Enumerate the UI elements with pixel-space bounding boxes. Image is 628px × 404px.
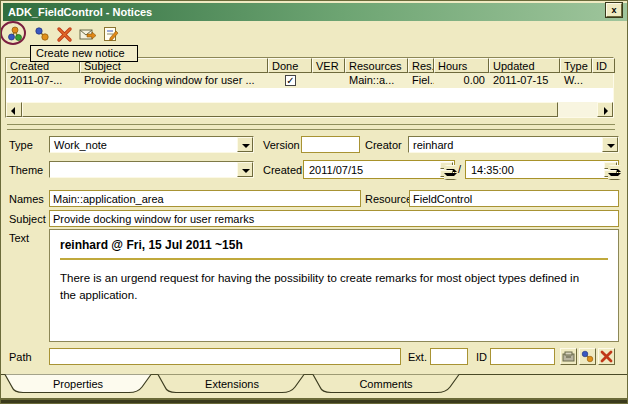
version-input[interactable] — [301, 136, 360, 153]
text-heading: reinhard @ Fri, 15 Jul 2011 ~15h — [60, 238, 608, 252]
cell-created: 2011-07-... — [6, 74, 80, 88]
text-divider — [60, 258, 608, 260]
id-label: ID — [476, 351, 487, 365]
type-dropdown-button[interactable] — [237, 137, 253, 152]
theme-label: Theme — [9, 164, 43, 178]
created-date-spinner[interactable]: 2011/07/15 — [303, 160, 455, 179]
col-ver[interactable]: VER — [312, 58, 345, 73]
time-spin-buttons[interactable] — [604, 162, 617, 177]
cell-subject: Provide docking window for user ... — [80, 74, 268, 88]
browse-path-button[interactable] — [560, 348, 577, 365]
splitter-handle[interactable] — [7, 124, 615, 130]
edit-document-icon — [102, 25, 120, 43]
toolbar — [3, 22, 627, 46]
drawer-icon — [561, 349, 576, 364]
tooltip: Create new notice — [30, 45, 138, 62]
path-input[interactable] — [49, 348, 401, 365]
created-label: Created — [263, 164, 302, 178]
names-label: Names — [9, 193, 44, 207]
subject-input[interactable] — [49, 210, 619, 227]
type-combobox[interactable]: Work_note — [49, 136, 254, 153]
close-button[interactable]: x — [606, 3, 622, 17]
tab-comments-label: Comments — [359, 378, 413, 390]
names-input[interactable] — [49, 190, 361, 207]
cell-resources: Main::a... — [345, 74, 408, 88]
tab-strip: Properties Extensions Comments — [1, 374, 628, 398]
resource-label: Resource — [365, 193, 412, 207]
tab-comments[interactable]: Comments — [313, 375, 459, 393]
theme-combobox[interactable] — [49, 161, 254, 178]
time-spin-down[interactable] — [604, 170, 617, 177]
text-body: There is an urgend request for having th… — [60, 270, 595, 303]
date-spin-up[interactable] — [440, 162, 453, 169]
send-notice-button[interactable] — [79, 25, 97, 43]
col-res-type[interactable]: Res. T — [408, 58, 434, 73]
notice-balls-icon — [580, 349, 595, 364]
ext-input[interactable] — [430, 348, 468, 365]
cell-updated: 2011-07-15 — [489, 74, 560, 88]
time-spin-up[interactable] — [604, 162, 617, 169]
col-updated[interactable]: Updated — [489, 58, 560, 73]
window-title: ADK_FieldControl - Notices — [8, 6, 152, 18]
send-envelope-icon — [79, 25, 97, 43]
version-label: Version — [263, 139, 300, 153]
tab-properties-label: Properties — [53, 378, 104, 390]
edit-notice-button[interactable] — [102, 25, 120, 43]
remove-x-icon — [599, 349, 614, 364]
date-spin-buttons[interactable] — [440, 162, 453, 177]
notices-table[interactable]: Created Subject Done VER Resources Res. … — [5, 57, 614, 118]
col-done[interactable]: Done — [268, 58, 312, 73]
window-bottom-edge — [1, 398, 628, 403]
remove-button[interactable] — [598, 348, 615, 365]
tab-extensions-label: Extensions — [205, 378, 259, 390]
created-time-spinner[interactable]: 14:35:00 — [465, 160, 619, 179]
open-notice-button[interactable] — [33, 25, 51, 43]
scroll-left-button[interactable] — [6, 102, 22, 117]
table-row[interactable]: 2011-07-... Provide docking window for u… — [6, 73, 613, 88]
create-new-notice-button[interactable] — [6, 25, 24, 43]
title-bar[interactable]: ADK_FieldControl - Notices — [3, 3, 627, 21]
type-value: Work_note — [54, 139, 107, 151]
attach-notice-button[interactable] — [579, 348, 596, 365]
created-date-value: 2011/07/15 — [309, 164, 363, 176]
tooltip-text: Create new notice — [36, 47, 125, 59]
text-editor[interactable]: reinhard @ Fri, 15 Jul 2011 ~15h There i… — [49, 229, 619, 342]
tab-extensions[interactable]: Extensions — [158, 375, 304, 393]
col-resources[interactable]: Resources — [345, 58, 408, 73]
cell-res-type: Fiel... — [408, 74, 434, 88]
date-spin-down[interactable] — [440, 170, 453, 177]
type-label: Type — [9, 139, 33, 153]
cell-type: W... — [560, 74, 592, 88]
delete-notice-button[interactable] — [56, 25, 74, 43]
id-input[interactable] — [490, 348, 555, 365]
subject-label: Subject — [9, 213, 46, 227]
scrollbar-thumb[interactable] — [22, 102, 558, 117]
creator-dropdown-button[interactable] — [602, 137, 618, 152]
col-hours[interactable]: Hours — [434, 58, 489, 73]
cell-hours: 0.00 — [434, 74, 485, 88]
created-time-value: 14:35:00 — [471, 164, 514, 176]
open-notice-icon — [33, 25, 51, 43]
scroll-right-button[interactable] — [597, 102, 613, 117]
creator-value: reinhard — [413, 139, 453, 151]
notices-window: ADK_FieldControl - Notices x — [0, 0, 628, 404]
done-checkbox[interactable]: ✓ — [285, 75, 296, 86]
col-id[interactable]: ID — [592, 58, 615, 73]
path-label: Path — [9, 351, 32, 365]
creator-combobox[interactable]: reinhard — [408, 136, 619, 153]
create-new-notice-icon — [6, 25, 24, 43]
horizontal-scrollbar[interactable] — [6, 102, 613, 117]
delete-x-icon — [56, 25, 74, 43]
col-type[interactable]: Type — [560, 58, 592, 73]
tab-properties[interactable]: Properties — [5, 375, 151, 393]
theme-dropdown-button[interactable] — [237, 162, 253, 177]
text-label: Text — [9, 232, 29, 246]
ext-label: Ext. — [408, 351, 427, 365]
creator-label: Creator — [365, 139, 402, 153]
resource-input[interactable] — [409, 190, 619, 207]
date-time-separator: / — [458, 163, 461, 177]
